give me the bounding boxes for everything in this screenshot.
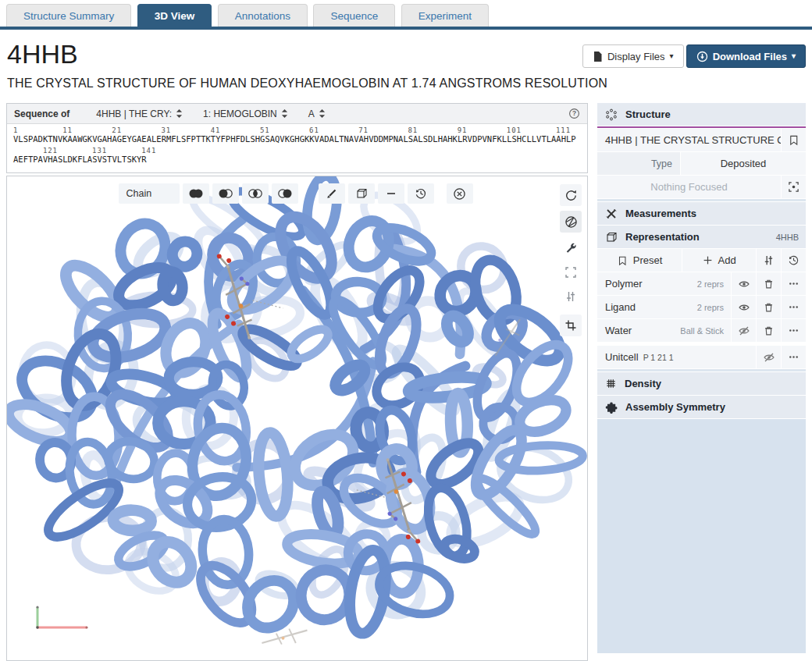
visibility-eye-icon[interactable] [732, 296, 756, 318]
molstar-viewer: Chain [6, 176, 588, 661]
more-options-icon[interactable] [782, 272, 806, 295]
tab-experiment[interactable]: Experiment [401, 4, 489, 27]
add-label: Add [718, 254, 736, 266]
viewer-controls [560, 184, 582, 341]
component-name[interactable]: Unitcell P 1 21 1 [597, 346, 756, 368]
header-buttons: Display Files ▾ Download Files ▾ [582, 44, 806, 68]
component-name[interactable]: Water Ball & Stick [597, 319, 731, 342]
tab-sequence[interactable]: Sequence [313, 4, 395, 27]
sort-arrows-icon [319, 108, 326, 119]
component-detail: Ball & Stick [680, 326, 724, 336]
history-icon[interactable] [782, 249, 806, 272]
representation-section-header[interactable]: Representation 4HHB [597, 226, 806, 248]
visibility-eye-off-icon[interactable] [757, 346, 781, 368]
component-label: Polymer [605, 278, 697, 290]
structure-selector[interactable]: 4HHB | THE CRY: [96, 108, 183, 119]
representation-context-badge: 4HHB [776, 233, 799, 242]
measurements-section-header[interactable]: Measurements [597, 202, 806, 225]
structure-title-text: THE CRYSTAL STRUCTURE OF HUMAN DEOXYHAEM… [7, 76, 607, 91]
delete-trash-icon[interactable] [757, 319, 781, 342]
density-grid-icon [605, 378, 617, 389]
tab-structure-summary[interactable]: Structure Summary [6, 4, 131, 27]
representation-header-label: Representation [625, 231, 700, 243]
chain-selector-value: A [308, 108, 315, 119]
wrench-icon[interactable] [560, 237, 582, 259]
cube-icon [605, 231, 618, 243]
deselect-circle-x-icon[interactable] [447, 183, 473, 204]
assembly-symmetry-section-header[interactable]: Assembly Symmetry [597, 396, 806, 418]
component-name[interactable]: Polymer 2 reprs [597, 272, 731, 295]
granularity-dropdown[interactable]: Chain [119, 183, 180, 204]
viewer-toolbar: Chain [119, 183, 476, 204]
download-files-label: Download Files [713, 51, 787, 62]
settings-sliders-icon[interactable] [560, 286, 582, 307]
undo-history-icon[interactable] [408, 183, 434, 204]
screenshot-icon[interactable] [560, 211, 582, 233]
display-files-button[interactable]: Display Files ▾ [582, 44, 684, 68]
help-icon[interactable]: ? [568, 108, 580, 119]
structure-accent-line [597, 126, 806, 128]
select-intersect-icon[interactable] [242, 183, 269, 204]
plus-icon [703, 255, 713, 265]
display-files-label: Display Files [607, 51, 665, 62]
page-title: 4HHB [7, 39, 78, 69]
tab-annotations[interactable]: Annotations [218, 4, 308, 27]
chain-selector[interactable]: A [308, 108, 326, 119]
crop-selection-icon[interactable] [560, 315, 582, 336]
entity-selector[interactable]: 1: HEMOGLOBIN [203, 108, 288, 119]
type-label: Type [597, 152, 680, 175]
puzzle-icon [605, 401, 618, 414]
sort-arrows-icon [176, 108, 183, 119]
delete-trash-icon[interactable] [757, 272, 781, 295]
select-remove-icon[interactable] [272, 183, 298, 204]
caret-down-icon: ▾ [670, 52, 674, 60]
visibility-eye-icon[interactable] [732, 272, 756, 295]
sequence-line-1[interactable]: VLSPADKTNVKAAWGKVGAHAGEYGAEALERMFLSFPTTK… [13, 134, 581, 144]
component-detail: 2 reprs [697, 303, 724, 312]
density-header-label: Density [625, 378, 661, 389]
molecule-canvas[interactable] [7, 176, 587, 660]
sequence-ruler-2: 121 131 141 [13, 147, 581, 155]
fullscreen-icon[interactable] [560, 261, 582, 283]
more-options-icon[interactable] [782, 296, 806, 318]
controls-sidebar: Structure 4HHB | THE CRYSTAL STRUCTURE O… [597, 103, 806, 661]
sequence-text[interactable]: 1 11 21 31 41 51 61 71 81 91 101 111 VLS… [7, 124, 587, 164]
svg-text:?: ? [572, 109, 576, 117]
options-tune-icon[interactable] [757, 249, 781, 272]
tab-bar: Structure Summary 3D View Annotations Se… [6, 4, 491, 27]
preset-button[interactable]: Preset [597, 249, 682, 272]
structure-header-label: Structure [625, 108, 671, 120]
component-row-polymer: Polymer 2 reprs [597, 272, 806, 295]
subtract-icon[interactable] [378, 183, 404, 204]
component-row-unitcell: Unitcell P 1 21 1 [597, 346, 806, 368]
spacegroup-tag: P 1 21 1 [643, 353, 674, 362]
structure-entry-row: 4HHB | THE CRYSTAL STRUCTURE OF... [597, 129, 806, 151]
more-options-icon[interactable] [782, 319, 806, 342]
file-icon [593, 51, 603, 62]
density-section-header[interactable]: Density [597, 372, 806, 395]
type-value-dropdown[interactable]: Deposited [681, 152, 806, 175]
select-add-icon[interactable] [212, 183, 239, 204]
select-set-icon[interactable] [183, 183, 209, 204]
sequence-panel: Sequence of 4HHB | THE CRY: 1: HEMOGLOBI… [6, 103, 588, 173]
representation-cube-icon[interactable] [348, 183, 375, 204]
reset-camera-icon[interactable] [560, 184, 582, 206]
structure-section-header[interactable]: Structure [597, 103, 806, 126]
theme-brush-icon[interactable] [319, 183, 345, 204]
download-files-button[interactable]: Download Files ▾ [686, 44, 806, 68]
component-row-ligand: Ligand 2 reprs [597, 296, 806, 318]
add-representation-button[interactable]: Add [682, 249, 756, 272]
structure-entry-title[interactable]: 4HHB | THE CRYSTAL STRUCTURE OF... [597, 129, 781, 151]
focus-target-icon[interactable] [782, 176, 806, 198]
component-detail: 2 reprs [697, 279, 724, 289]
focus-placeholder: Nothing Focused [597, 176, 781, 198]
structure-selector-value: 4HHB | THE CRY: [96, 108, 172, 119]
preset-label: Preset [633, 254, 663, 266]
more-options-icon[interactable] [782, 346, 806, 368]
delete-trash-icon[interactable] [757, 296, 781, 318]
bookmark-icon[interactable] [782, 129, 806, 151]
sequence-line-2[interactable]: AEFTPAVHASLDKFLASVSTVLTSKYR [13, 155, 581, 164]
visibility-eye-off-icon[interactable] [732, 319, 756, 342]
component-name[interactable]: Ligand 2 reprs [597, 296, 731, 318]
tab-3d-view[interactable]: 3D View [137, 4, 212, 27]
